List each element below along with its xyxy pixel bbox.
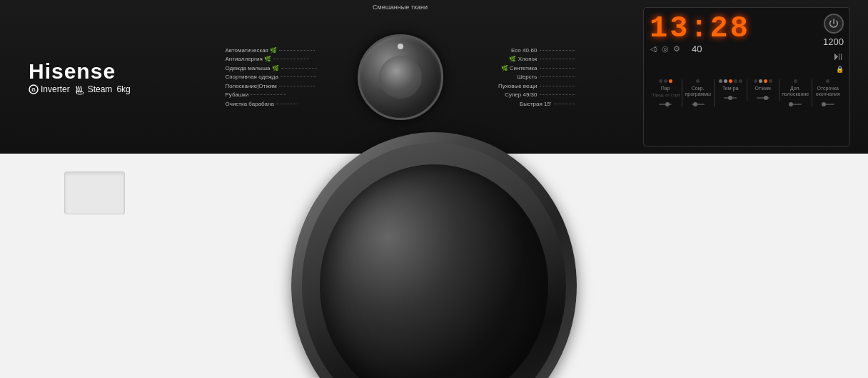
inverter-feature: G Inverter: [29, 84, 70, 94]
steam-control-button[interactable]: Пар *Пред. от стрd: [650, 79, 682, 107]
program-dial[interactable]: [358, 34, 443, 120]
capacity-label: 6kg: [116, 84, 130, 94]
time-value: 13:28: [650, 14, 750, 44]
list-item: Супер 49/30: [498, 91, 575, 98]
wash-icon: ⏿: [650, 45, 657, 54]
brand-name: Hisense: [29, 59, 116, 84]
temp-slider: [724, 95, 737, 101]
spin-slider: [757, 95, 769, 101]
door-glass: [320, 164, 548, 378]
temp-btn-label: Тем-ра: [722, 86, 739, 91]
status-dot: [734, 79, 737, 83]
list-item: Быстрая 15': [498, 101, 575, 107]
steam-label: Steam: [88, 84, 113, 94]
status-dot-active: [729, 79, 732, 83]
control-panel: Hisense G Inverter Steam 6kg: [0, 0, 868, 154]
svg-point-4: [665, 102, 670, 106]
play-pause-button[interactable]: ⏯: [832, 50, 844, 63]
programs-right: Eco 40-60 🌿 Хлопок 🌿 Синтетика Шерсть: [498, 47, 575, 107]
short-program-button[interactable]: Сокр. программы: [682, 79, 715, 107]
knob-wrapper: Автоматическая 🌿 Антиаллергия 🌿 Одежда м…: [358, 34, 443, 120]
status-dot: [739, 79, 742, 83]
list-item: Eco 40-60: [498, 47, 575, 54]
list-item: Пуховые вещи: [498, 83, 575, 89]
status-dot: [659, 79, 662, 83]
dial-section: Смешанные ткани Автоматическая 🌿 Антиалл…: [157, 0, 643, 154]
door-outer-ring: [291, 132, 577, 378]
display-top: 13:28 ⏿ ◎ ⚙ 40: [650, 14, 844, 73]
temperature-button[interactable]: Тем-ра: [715, 79, 747, 101]
steam-btn-label: Пар: [661, 86, 670, 91]
steam-feature: Steam: [74, 84, 113, 95]
status-dot: [826, 79, 829, 83]
display-right-top: 1200 ⏯ 🔒: [823, 14, 844, 73]
list-item: Рубашки: [226, 91, 317, 98]
rinse-slider: [789, 101, 802, 107]
status-dot: [759, 79, 762, 83]
delay-slider: [822, 101, 834, 107]
inverter-label: Inverter: [41, 84, 70, 94]
status-dot: [696, 79, 700, 83]
rpm-value: 1200: [823, 36, 844, 47]
svg-point-14: [822, 102, 826, 106]
delay-button[interactable]: Отсрочка окончания: [812, 79, 844, 107]
list-item: Автоматическая 🌿: [226, 47, 317, 54]
svg-point-8: [728, 96, 732, 100]
steam-btn-sublabel: *Пред. от стрd: [651, 93, 680, 98]
detergent-drawer[interactable]: [64, 171, 125, 214]
svg-point-12: [789, 102, 793, 106]
programs-left: Автоматическая 🌿 Антиаллергия 🌿 Одежда м…: [226, 47, 317, 107]
svg-point-6: [693, 102, 697, 106]
list-item: Очистка барабана: [226, 101, 317, 107]
brand-features: G Inverter Steam 6kg: [29, 84, 131, 95]
wash-indicators: ⏿ ◎ ⚙: [650, 44, 680, 54]
door-ring: [302, 143, 566, 378]
washing-machine: Hisense G Inverter Steam 6kg: [0, 0, 868, 378]
list-item: Одежда малыша 🌿: [226, 65, 317, 71]
status-dot: [754, 79, 757, 83]
svg-text:G: G: [31, 87, 36, 92]
status-dot: [724, 79, 727, 83]
time-display: 13:28 ⏿ ◎ ⚙ 40: [650, 14, 750, 57]
steam-icon-svg: [74, 84, 86, 95]
g-icon: G: [29, 84, 39, 94]
rinse-icon: ◎: [662, 44, 669, 54]
status-dot: [719, 79, 722, 83]
list-item: Полоскание|Отжим: [226, 83, 317, 89]
delay-label: Отсрочка окончания: [814, 86, 843, 98]
short-prog-slider: [692, 101, 705, 107]
steam-slider-icon: [659, 101, 672, 107]
power-icon: [828, 18, 839, 29]
brand-section: Hisense G Inverter Steam 6kg: [14, 59, 157, 95]
list-item: Шерсть: [498, 74, 575, 80]
spin-icon: ⚙: [673, 44, 680, 54]
svg-point-10: [764, 96, 768, 100]
status-dot: [769, 79, 772, 83]
temp-value: 40: [692, 44, 702, 54]
svg-point-2: [76, 91, 84, 94]
spin-button[interactable]: Отжим: [747, 79, 780, 101]
status-dot: [794, 79, 797, 83]
list-item: Спортивная одежда: [226, 74, 317, 80]
short-prog-label: Сокр. программы: [684, 86, 713, 98]
list-item: Антиаллергия 🌿: [226, 56, 317, 62]
list-item: 🌿 Синтетика: [498, 65, 575, 71]
status-dot: [664, 79, 667, 83]
child-lock-icon: 🔒: [836, 66, 844, 73]
steam-dots: [659, 79, 672, 83]
spin-btn-label: Отжим: [755, 86, 771, 91]
power-button[interactable]: [824, 14, 844, 34]
extra-rinse-label: Доп. полоскание: [781, 86, 810, 98]
status-dot-active: [764, 79, 767, 83]
status-dot-active: [669, 79, 672, 83]
display-controls: Пар *Пред. от стрd Сокр. программы: [650, 79, 844, 140]
display-section: 13:28 ⏿ ◎ ⚙ 40: [643, 7, 850, 146]
machine-body: [0, 154, 868, 378]
extra-rinse-button[interactable]: Доп. полоскание: [779, 79, 812, 107]
list-item: 🌿 Хлопок: [498, 56, 575, 62]
top-program-label: Смешанные ткани: [373, 4, 428, 11]
